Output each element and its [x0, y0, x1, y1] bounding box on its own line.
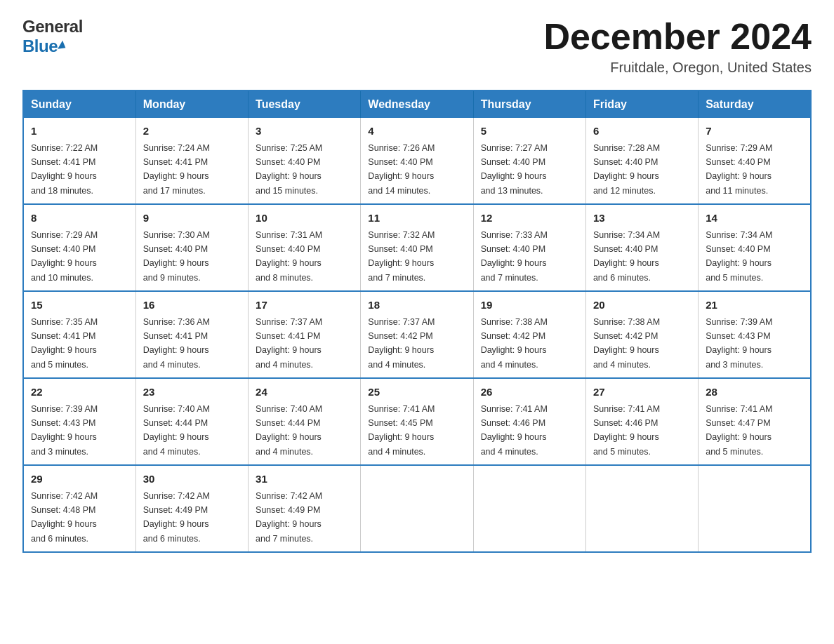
calendar-cell: 8 Sunrise: 7:29 AMSunset: 4:40 PMDayligh… [23, 204, 135, 291]
calendar-week-row: 15 Sunrise: 7:35 AMSunset: 4:41 PMDaylig… [23, 291, 811, 378]
calendar-week-row: 1 Sunrise: 7:22 AMSunset: 4:41 PMDayligh… [23, 118, 811, 204]
calendar-cell: 16 Sunrise: 7:36 AMSunset: 4:41 PMDaylig… [135, 291, 248, 378]
logo-general-text: General [22, 17, 83, 36]
title-area: December 2024 Fruitdale, Oregon, United … [543, 17, 812, 76]
column-header-wednesday: Wednesday [361, 90, 473, 118]
day-info: Sunrise: 7:37 AMSunset: 4:41 PMDaylight:… [256, 317, 322, 370]
calendar-cell: 10 Sunrise: 7:31 AMSunset: 4:40 PMDaylig… [249, 204, 361, 291]
calendar-cell: 31 Sunrise: 7:42 AMSunset: 4:49 PMDaylig… [249, 465, 361, 552]
day-number: 18 [368, 297, 465, 314]
day-number: 17 [256, 297, 353, 314]
calendar-cell: 22 Sunrise: 7:39 AMSunset: 4:43 PMDaylig… [23, 378, 135, 465]
calendar-cell: 7 Sunrise: 7:29 AMSunset: 4:40 PMDayligh… [699, 118, 811, 204]
day-info: Sunrise: 7:41 AMSunset: 4:46 PMDaylight:… [481, 404, 548, 457]
day-info: Sunrise: 7:37 AMSunset: 4:42 PMDaylight:… [368, 317, 435, 370]
calendar-cell: 18 Sunrise: 7:37 AMSunset: 4:42 PMDaylig… [361, 291, 473, 378]
day-info: Sunrise: 7:33 AMSunset: 4:40 PMDaylight:… [481, 230, 548, 283]
calendar-cell: 24 Sunrise: 7:40 AMSunset: 4:44 PMDaylig… [249, 378, 361, 465]
calendar-cell: 9 Sunrise: 7:30 AMSunset: 4:40 PMDayligh… [135, 204, 248, 291]
calendar-cell: 25 Sunrise: 7:41 AMSunset: 4:45 PMDaylig… [361, 378, 473, 465]
day-info: Sunrise: 7:40 AMSunset: 4:44 PMDaylight:… [256, 404, 322, 457]
logo-arrow-icon [58, 41, 68, 53]
day-info: Sunrise: 7:35 AMSunset: 4:41 PMDaylight:… [31, 317, 98, 370]
day-number: 12 [481, 210, 578, 227]
day-info: Sunrise: 7:28 AMSunset: 4:40 PMDaylight:… [593, 143, 660, 196]
day-info: Sunrise: 7:29 AMSunset: 4:40 PMDaylight:… [31, 230, 98, 283]
calendar-cell: 2 Sunrise: 7:24 AMSunset: 4:41 PMDayligh… [135, 118, 248, 204]
column-header-tuesday: Tuesday [249, 90, 361, 118]
calendar-cell: 29 Sunrise: 7:42 AMSunset: 4:48 PMDaylig… [23, 465, 135, 552]
calendar-cell: 3 Sunrise: 7:25 AMSunset: 4:40 PMDayligh… [249, 118, 361, 204]
calendar-cell: 27 Sunrise: 7:41 AMSunset: 4:46 PMDaylig… [585, 378, 698, 465]
logo-blue-row: Blue [22, 36, 83, 56]
day-number: 8 [31, 210, 128, 227]
page-header: General Blue December 2024 Fruitdale, Or… [22, 17, 812, 76]
day-info: Sunrise: 7:42 AMSunset: 4:48 PMDaylight:… [31, 491, 98, 544]
column-header-thursday: Thursday [473, 90, 585, 118]
day-info: Sunrise: 7:38 AMSunset: 4:42 PMDaylight:… [481, 317, 548, 370]
day-number: 11 [368, 210, 465, 227]
column-header-sunday: Sunday [23, 90, 135, 118]
day-info: Sunrise: 7:22 AMSunset: 4:41 PMDaylight:… [31, 143, 98, 196]
calendar-cell: 12 Sunrise: 7:33 AMSunset: 4:40 PMDaylig… [473, 204, 585, 291]
day-number: 27 [593, 384, 691, 401]
calendar-cell: 17 Sunrise: 7:37 AMSunset: 4:41 PMDaylig… [249, 291, 361, 378]
calendar-cell: 30 Sunrise: 7:42 AMSunset: 4:49 PMDaylig… [135, 465, 248, 552]
day-number: 26 [481, 384, 578, 401]
calendar-table: SundayMondayTuesdayWednesdayThursdayFrid… [22, 90, 812, 553]
day-info: Sunrise: 7:38 AMSunset: 4:42 PMDaylight:… [593, 317, 660, 370]
day-info: Sunrise: 7:41 AMSunset: 4:45 PMDaylight:… [368, 404, 435, 457]
day-number: 2 [143, 123, 241, 140]
day-number: 14 [706, 210, 803, 227]
day-number: 20 [593, 297, 691, 314]
calendar-cell: 19 Sunrise: 7:38 AMSunset: 4:42 PMDaylig… [473, 291, 585, 378]
day-number: 6 [593, 123, 691, 140]
calendar-cell: 20 Sunrise: 7:38 AMSunset: 4:42 PMDaylig… [585, 291, 698, 378]
day-info: Sunrise: 7:42 AMSunset: 4:49 PMDaylight:… [143, 491, 210, 544]
day-number: 19 [481, 297, 578, 314]
column-header-saturday: Saturday [699, 90, 811, 118]
day-number: 16 [143, 297, 241, 314]
calendar-cell [473, 465, 585, 552]
calendar-cell: 14 Sunrise: 7:34 AMSunset: 4:40 PMDaylig… [699, 204, 811, 291]
day-info: Sunrise: 7:27 AMSunset: 4:40 PMDaylight:… [481, 143, 548, 196]
day-info: Sunrise: 7:39 AMSunset: 4:43 PMDaylight:… [706, 317, 772, 370]
day-info: Sunrise: 7:34 AMSunset: 4:40 PMDaylight:… [706, 230, 772, 283]
day-info: Sunrise: 7:39 AMSunset: 4:43 PMDaylight:… [31, 404, 98, 457]
day-number: 29 [31, 471, 128, 488]
day-info: Sunrise: 7:42 AMSunset: 4:49 PMDaylight:… [256, 491, 322, 544]
day-number: 3 [256, 123, 353, 140]
calendar-header-row: SundayMondayTuesdayWednesdayThursdayFrid… [23, 90, 811, 118]
calendar-cell: 21 Sunrise: 7:39 AMSunset: 4:43 PMDaylig… [699, 291, 811, 378]
calendar-week-row: 29 Sunrise: 7:42 AMSunset: 4:48 PMDaylig… [23, 465, 811, 552]
day-number: 25 [368, 384, 465, 401]
day-number: 30 [143, 471, 241, 488]
day-info: Sunrise: 7:29 AMSunset: 4:40 PMDaylight:… [706, 143, 772, 196]
calendar-cell: 4 Sunrise: 7:26 AMSunset: 4:40 PMDayligh… [361, 118, 473, 204]
calendar-cell [699, 465, 811, 552]
calendar-cell: 1 Sunrise: 7:22 AMSunset: 4:41 PMDayligh… [23, 118, 135, 204]
day-info: Sunrise: 7:26 AMSunset: 4:40 PMDaylight:… [368, 143, 435, 196]
calendar-cell [585, 465, 698, 552]
day-info: Sunrise: 7:41 AMSunset: 4:47 PMDaylight:… [706, 404, 772, 457]
month-title: December 2024 [543, 17, 812, 57]
calendar-week-row: 8 Sunrise: 7:29 AMSunset: 4:40 PMDayligh… [23, 204, 811, 291]
location-subtitle: Fruitdale, Oregon, United States [543, 60, 812, 76]
column-header-friday: Friday [585, 90, 698, 118]
calendar-cell: 5 Sunrise: 7:27 AMSunset: 4:40 PMDayligh… [473, 118, 585, 204]
day-number: 5 [481, 123, 578, 140]
day-number: 21 [706, 297, 803, 314]
day-info: Sunrise: 7:24 AMSunset: 4:41 PMDaylight:… [143, 143, 210, 196]
day-number: 7 [706, 123, 803, 140]
day-number: 15 [31, 297, 128, 314]
logo: General Blue [22, 17, 83, 56]
day-info: Sunrise: 7:30 AMSunset: 4:40 PMDaylight:… [143, 230, 210, 283]
calendar-cell: 23 Sunrise: 7:40 AMSunset: 4:44 PMDaylig… [135, 378, 248, 465]
column-header-monday: Monday [135, 90, 248, 118]
day-info: Sunrise: 7:40 AMSunset: 4:44 PMDaylight:… [143, 404, 210, 457]
calendar-cell: 6 Sunrise: 7:28 AMSunset: 4:40 PMDayligh… [585, 118, 698, 204]
day-number: 23 [143, 384, 241, 401]
calendar-cell: 26 Sunrise: 7:41 AMSunset: 4:46 PMDaylig… [473, 378, 585, 465]
day-info: Sunrise: 7:41 AMSunset: 4:46 PMDaylight:… [593, 404, 660, 457]
day-info: Sunrise: 7:31 AMSunset: 4:40 PMDaylight:… [256, 230, 322, 283]
